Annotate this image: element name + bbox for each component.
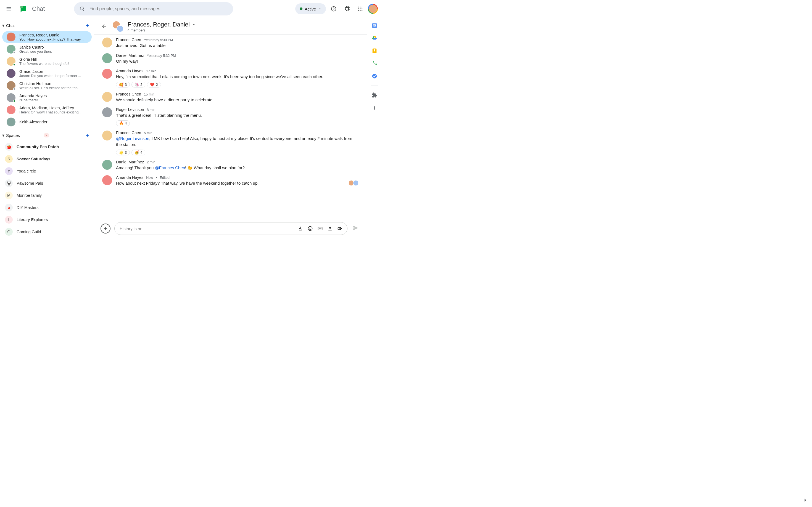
search-input[interactable] [90, 6, 227, 11]
svg-point-5 [358, 8, 359, 9]
conversation-title[interactable]: Frances, Roger, Daniel [128, 21, 196, 28]
chat-item-preview: Helen: Oh wow! That sounds exciting ... [19, 110, 88, 114]
svg-point-10 [361, 10, 362, 11]
reaction-chip[interactable]: 🔥4 [116, 120, 130, 126]
message-sender: Daniel Martínez [116, 160, 144, 164]
message-sender: Roger Levinson [116, 107, 144, 112]
space-item[interactable]: 🔺DIY Masters [0, 202, 94, 214]
message: Daniel MartínezYesterday 5:32 PMOn my wa… [102, 53, 358, 65]
chat-item-name: Christian Hoffman [19, 81, 88, 86]
new-chat-button[interactable]: ＋ [85, 21, 91, 30]
space-item[interactable]: 🐼Pawsome Pals [0, 177, 94, 189]
addons-icon[interactable] [371, 92, 378, 99]
space-item[interactable]: 🌮Recipe exchange [0, 238, 94, 239]
message-time: Yesterday 5:32 PM [147, 54, 176, 58]
help-button[interactable] [328, 3, 339, 14]
chat-avatar [7, 69, 15, 78]
emoji-button[interactable] [306, 224, 315, 233]
reaction-chip[interactable]: 🥰3 [116, 82, 130, 88]
space-item[interactable]: SSoccer Saturdays [0, 153, 94, 165]
apps-button[interactable] [355, 3, 366, 14]
svg-point-3 [360, 7, 360, 7]
chat-avatar [7, 81, 15, 90]
space-item-name: Yoga circle [16, 169, 36, 173]
chat-item[interactable]: Amanda HayesI'll be there! [2, 92, 92, 104]
chat-avatar [7, 118, 15, 126]
compose-input[interactable] [119, 226, 294, 231]
message-text: That's a great idea! I'll start planning… [116, 112, 358, 119]
keep-app-icon[interactable] [371, 48, 378, 54]
spaces-section-header[interactable]: ▾ Spaces 2 ＋ [0, 130, 94, 141]
add-attachment-button[interactable]: + [101, 224, 110, 233]
message: Frances Chen5 min@Roger Levinson, LMK ho… [102, 130, 358, 155]
message-sender: Frances Chen [116, 130, 141, 135]
chevron-down-icon [318, 7, 321, 10]
space-item[interactable]: 🍅Community Pea Patch [0, 141, 94, 153]
space-item[interactable]: GGaming Guild [0, 226, 94, 238]
tasks-app-icon[interactable] [371, 73, 378, 79]
status-chip[interactable]: Active [295, 3, 326, 14]
main-menu-button[interactable] [2, 2, 15, 15]
spaces-section-title: Spaces [6, 133, 41, 138]
message: Frances Chen15 minWe should definitely h… [102, 92, 358, 103]
space-item-name: Literary Explorers [16, 218, 48, 222]
video-meet-button[interactable]: + [336, 224, 344, 233]
space-item[interactable]: MMonroe family [0, 189, 94, 202]
get-addons-button[interactable]: + [371, 105, 378, 111]
svg-text:31: 31 [373, 25, 376, 27]
back-button[interactable] [99, 21, 109, 32]
message-avatar [102, 175, 112, 185]
message-avatar [102, 69, 112, 79]
header-actions: Active [295, 3, 378, 14]
message-avatar [102, 160, 112, 170]
search-bar[interactable] [74, 2, 233, 15]
conversation-subtitle: 4 members [128, 28, 196, 32]
message: Daniel Martínez2 minAmazing! Thank you @… [102, 160, 358, 171]
format-button[interactable] [296, 224, 305, 233]
chat-item[interactable]: Gloria HillThe flowers were so thoughtfu… [2, 55, 92, 67]
message-time: 2 min [147, 160, 155, 164]
message-list: Frances ChenYesterday 5:30 PMJust arrive… [94, 35, 367, 219]
mention[interactable]: @Frances Chen [155, 165, 185, 170]
chat-avatar [7, 45, 15, 54]
reactions: 🔥4 [116, 120, 358, 126]
conversation-title-text: Frances, Roger, Daniel [128, 21, 190, 28]
chat-item[interactable]: Christian HoffmanWe're all set. He's exc… [2, 79, 92, 92]
chat-item[interactable]: Frances, Roger, DanielYou: How about nex… [2, 31, 92, 43]
mention[interactable]: @Roger Levinson [116, 136, 149, 141]
gif-button[interactable]: GIF [316, 224, 324, 233]
chat-item-preview: You: How about next Friday? That way,... [19, 37, 88, 41]
space-item[interactable]: LLiterary Explorers [0, 214, 94, 226]
space-item[interactable]: YYoga circle [0, 165, 94, 177]
chat-item-name: Grace, Jason [19, 69, 88, 74]
account-avatar[interactable] [368, 4, 378, 14]
chat-section-title: Chat [6, 23, 85, 28]
chat-item[interactable]: Grace, JasonJason: Did you watch the per… [2, 67, 92, 79]
message-text: We should definitely have a dinner party… [116, 97, 358, 103]
reaction-chip[interactable]: ❤️2 [147, 82, 161, 88]
chat-section-header[interactable]: ▾ Chat ＋ [0, 20, 94, 31]
chat-item[interactable]: Adam, Madison, Helen, JeffreyHelen: Oh w… [2, 104, 92, 116]
svg-point-7 [361, 8, 362, 9]
chat-item[interactable]: Janice CastroGreat, see you then. [2, 43, 92, 55]
chat-item-name: Adam, Madison, Helen, Jeffrey [19, 106, 88, 110]
message-text: How about next Friday? That way, we have… [116, 180, 358, 186]
calendar-app-icon[interactable]: 31 [371, 22, 378, 29]
space-item-name: DIY Masters [16, 205, 39, 210]
app-header: Chat Active [0, 0, 382, 18]
send-button[interactable] [351, 224, 360, 233]
reaction-chip[interactable]: 🦄2 [132, 82, 145, 88]
drive-app-icon[interactable] [371, 35, 378, 41]
chat-avatar [7, 93, 15, 102]
settings-button[interactable] [341, 3, 352, 14]
compose-box[interactable]: GIF + [114, 222, 347, 235]
new-space-button[interactable]: ＋ [85, 131, 91, 139]
message-text: @Roger Levinson, LMK how I can help! Als… [116, 135, 358, 148]
voice-app-icon[interactable] [371, 60, 378, 67]
message-text: Amazing! Thank you @Frances Chen! 👏 What… [116, 165, 358, 171]
conversation-panel: Frances, Roger, Daniel 4 members Frances… [94, 18, 367, 239]
chat-item[interactable]: Keith Alexander [2, 116, 92, 128]
reaction-chip[interactable]: 🥳4 [132, 150, 145, 155]
upload-button[interactable] [325, 224, 335, 233]
reaction-chip[interactable]: 🌟3 [116, 150, 130, 155]
